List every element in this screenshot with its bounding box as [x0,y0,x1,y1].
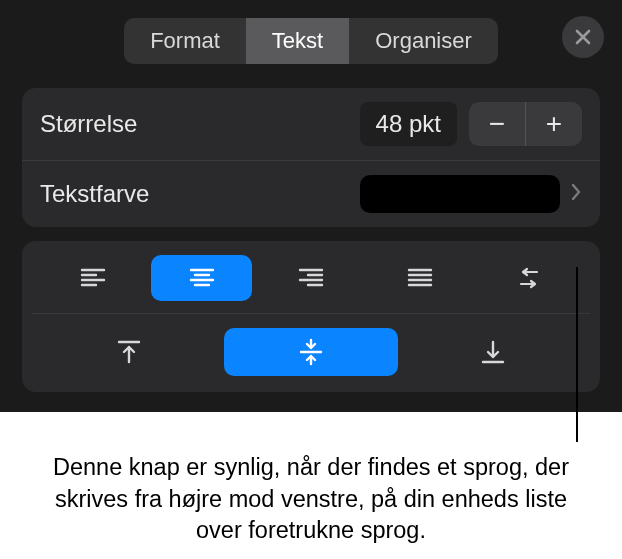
valign-top-button[interactable] [42,328,216,376]
callout-area: Denne knap er synlig, når der findes et … [0,412,622,547]
callout-text: Denne knap er synlig, når der findes et … [36,452,586,547]
size-stepper: − + [469,102,582,146]
alignment-section [22,241,600,392]
color-label: Tekstfarve [40,180,360,208]
color-row[interactable]: Tekstfarve [22,161,600,227]
callout-leader-line [576,267,578,442]
close-icon [575,29,591,45]
size-row: Størrelse 48 pkt − + [22,88,600,161]
tab-group: Format Tekst Organiser [124,18,498,64]
color-swatch [360,175,560,213]
chevron-right-icon [570,183,582,205]
size-decrement[interactable]: − [469,102,525,146]
size-label: Størrelse [40,110,360,138]
align-left-icon [79,264,107,292]
align-left-button[interactable] [42,255,143,301]
align-justify-button[interactable] [370,255,471,301]
valign-middle-button[interactable] [224,328,398,376]
valign-middle-icon [296,337,326,367]
close-button[interactable] [562,16,604,58]
vertical-align-row [32,314,590,378]
valign-top-icon [114,337,144,367]
horizontal-align-row [32,255,590,314]
align-right-button[interactable] [260,255,361,301]
text-direction-button[interactable] [479,255,580,301]
text-direction-icon [515,264,543,292]
tab-format[interactable]: Format [124,18,246,64]
size-increment[interactable]: + [526,102,582,146]
text-settings-section: Størrelse 48 pkt − + Tekstfarve [22,88,600,227]
align-justify-icon [406,264,434,292]
tab-organize[interactable]: Organiser [349,18,498,64]
tab-bar: Format Tekst Organiser [0,0,622,80]
tab-text[interactable]: Tekst [246,18,349,64]
align-center-icon [188,264,216,292]
valign-bottom-icon [478,337,508,367]
align-center-button[interactable] [151,255,252,301]
size-value[interactable]: 48 pkt [360,102,457,146]
align-right-icon [297,264,325,292]
valign-bottom-button[interactable] [406,328,580,376]
